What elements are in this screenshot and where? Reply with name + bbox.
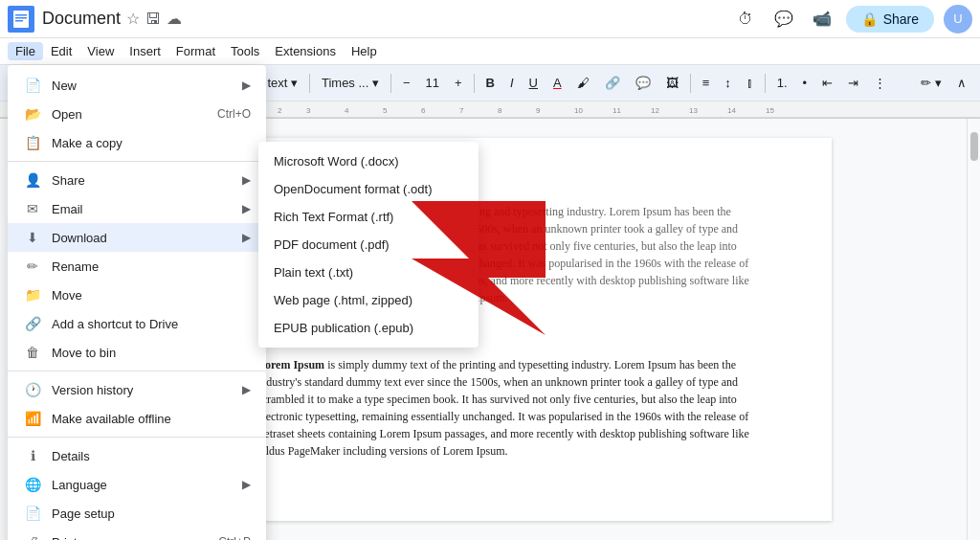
toolbar-indent-inc[interactable]: ⇥ xyxy=(842,74,864,92)
file-dropdown: 📄 New ▶ 📂 Open Ctrl+O 📋 Make a copy 👤 Sh… xyxy=(8,65,266,540)
menu-item-download[interactable]: ⬇ Download ▶ xyxy=(8,223,266,252)
save-icon[interactable]: 🖫 xyxy=(145,11,161,28)
menu-item-new[interactable]: 📄 New ▶ xyxy=(8,71,266,100)
menu-tools[interactable]: Tools xyxy=(223,42,267,60)
toolbar-bold[interactable]: B xyxy=(480,74,501,92)
menu-item-details[interactable]: ℹ Details xyxy=(8,441,266,470)
svg-text:11: 11 xyxy=(612,106,621,115)
menu-item-offline[interactable]: 📶 Make available offline xyxy=(8,404,266,433)
print-label: Print xyxy=(52,535,218,541)
svg-text:8: 8 xyxy=(498,106,502,115)
avatar[interactable]: U xyxy=(944,5,972,34)
new-arrow: ▶ xyxy=(242,79,251,92)
details-label: Details xyxy=(52,449,251,463)
share-label: Share xyxy=(52,173,242,188)
download-html[interactable]: Web page (.html, zipped) xyxy=(258,286,479,314)
toolbar-comment[interactable]: 💬 xyxy=(630,74,657,92)
new-icon: 📄 xyxy=(23,78,42,93)
menu-item-version[interactable]: 🕐 Version history ▶ xyxy=(8,375,266,404)
new-label: New xyxy=(52,79,242,93)
menu-item-email[interactable]: ✉ Email ▶ xyxy=(8,194,266,223)
toolbar-align[interactable]: ≡ xyxy=(697,74,716,92)
toolbar-edit[interactable]: ✏ ▾ xyxy=(915,74,947,92)
toolbar-font-inc[interactable]: + xyxy=(449,74,468,92)
rename-icon: ✏ xyxy=(23,259,42,274)
rename-label: Rename xyxy=(52,259,251,274)
download-epub[interactable]: EPUB publication (.epub) xyxy=(258,314,479,342)
toolbar-columns[interactable]: ⫿ xyxy=(741,74,759,92)
svg-rect-3 xyxy=(15,17,27,19)
menu-item-bin[interactable]: 🗑 Move to bin xyxy=(8,338,266,367)
svg-rect-4 xyxy=(15,20,23,22)
sep3 xyxy=(309,74,310,93)
share-arrow: ▶ xyxy=(242,173,251,187)
menu-item-open[interactable]: 📂 Open Ctrl+O xyxy=(8,100,266,128)
scrollbar-right[interactable] xyxy=(967,119,980,540)
email-label: Email xyxy=(52,202,242,216)
menu-item-shortcut[interactable]: 🔗 Add a shortcut to Drive xyxy=(8,309,266,338)
video-icon[interactable]: 📹 xyxy=(808,5,836,34)
toolbar-collapse[interactable]: ∧ xyxy=(951,74,972,92)
title-icons: ☆ 🖫 ☁ xyxy=(126,10,182,28)
open-shortcut: Ctrl+O xyxy=(217,107,251,121)
download-docx[interactable]: Microsoft Word (.docx) xyxy=(258,147,479,175)
star-icon[interactable]: ☆ xyxy=(126,10,140,28)
txt-label: Plain text (.txt) xyxy=(274,265,353,280)
svg-text:13: 13 xyxy=(689,106,698,115)
menu-extensions[interactable]: Extensions xyxy=(267,42,344,60)
download-pdf[interactable]: PDF document (.pdf) xyxy=(258,231,479,259)
toolbar-font-dec[interactable]: − xyxy=(397,74,416,92)
toolbar-italic[interactable]: I xyxy=(504,74,520,92)
cloud-icon[interactable]: ☁ xyxy=(167,10,182,28)
menu-edit[interactable]: Edit xyxy=(43,42,79,60)
share-button[interactable]: 🔒 Share xyxy=(846,6,934,33)
download-odt[interactable]: OpenDocument format (.odt) xyxy=(258,175,479,203)
sep5 xyxy=(474,74,475,93)
toolbar-font[interactable]: Times ... ▾ xyxy=(316,74,385,92)
menu-insert[interactable]: Insert xyxy=(122,42,168,60)
toolbar-color[interactable]: A xyxy=(547,74,568,92)
toolbar-list-ul[interactable]: • xyxy=(797,74,813,92)
menu-view[interactable]: View xyxy=(79,42,122,60)
toolbar-image[interactable]: 🖼 xyxy=(660,74,684,92)
toolbar-font-size[interactable]: 11 xyxy=(420,74,445,92)
svg-rect-2 xyxy=(15,14,27,16)
menu-item-language[interactable]: 🌐 Language ▶ xyxy=(8,470,266,499)
svg-text:12: 12 xyxy=(651,106,659,115)
menu-file[interactable]: File xyxy=(8,42,43,60)
sep7 xyxy=(765,74,766,93)
download-arrow: ▶ xyxy=(242,231,251,244)
toolbar-underline[interactable]: U xyxy=(523,74,544,92)
toolbar-link[interactable]: 🔗 xyxy=(599,74,626,92)
docx-label: Microsoft Word (.docx) xyxy=(274,154,399,169)
bin-label: Move to bin xyxy=(52,346,251,360)
toolbar-highlight[interactable]: 🖌 xyxy=(571,74,595,92)
svg-rect-1 xyxy=(13,11,29,28)
menu-item-share[interactable]: 👤 Share ▶ xyxy=(8,166,266,194)
download-txt[interactable]: Plain text (.txt) xyxy=(258,259,479,286)
toolbar-list-ol[interactable]: 1. xyxy=(771,74,793,92)
menu-format[interactable]: Format xyxy=(168,42,223,60)
menu-item-move[interactable]: 📁 Move xyxy=(8,281,266,309)
menu-item-print[interactable]: 🖨 Print Ctrl+P xyxy=(8,528,266,540)
toolbar-indent-dec[interactable]: ⇤ xyxy=(816,74,838,92)
history-icon[interactable]: ⏱ xyxy=(731,5,760,34)
svg-text:6: 6 xyxy=(421,106,426,115)
menu-item-rename[interactable]: ✏ Rename xyxy=(8,252,266,281)
toolbar-spacing[interactable]: ↕ xyxy=(719,74,737,92)
menu-item-copy[interactable]: 📋 Make a copy xyxy=(8,128,266,157)
pagesetup-label: Page setup xyxy=(52,506,251,521)
shortcut-icon: 🔗 xyxy=(23,316,42,331)
scrollbar-thumb[interactable] xyxy=(970,132,978,161)
menu-help[interactable]: Help xyxy=(344,42,385,60)
pagesetup-icon: 📄 xyxy=(23,506,42,521)
chat-icon[interactable]: 💬 xyxy=(769,5,798,34)
doc-title: Document xyxy=(42,9,121,29)
print-shortcut: Ctrl+P xyxy=(218,535,251,540)
download-rtf[interactable]: Rich Text Format (.rtf) xyxy=(258,203,479,231)
toolbar-more[interactable]: ⋮ xyxy=(868,74,892,92)
open-label: Open xyxy=(52,107,217,122)
menu-item-pagesetup[interactable]: 📄 Page setup xyxy=(8,499,266,528)
svg-text:15: 15 xyxy=(766,106,774,115)
svg-text:14: 14 xyxy=(727,106,736,115)
